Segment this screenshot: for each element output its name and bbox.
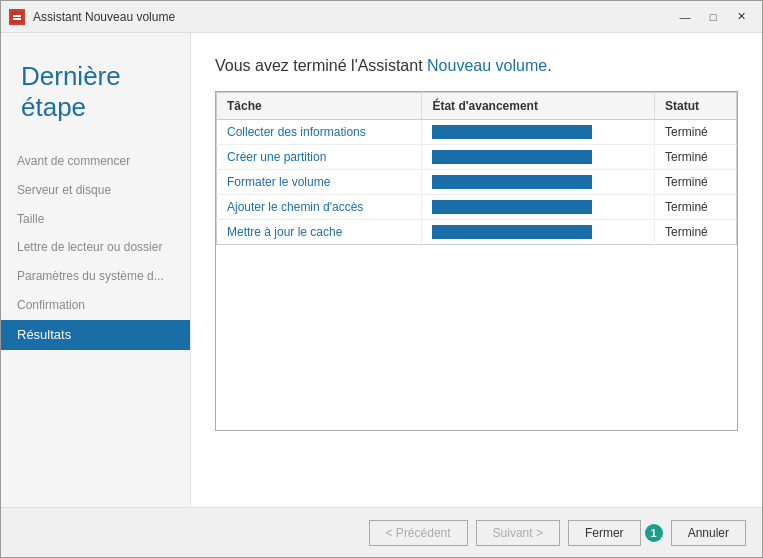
status-text: Terminé: [655, 145, 737, 170]
content-heading: Vous avez terminé l'Assistant Nouveau vo…: [215, 57, 738, 75]
table-row: Ajouter le chemin d'accèsTerminé: [217, 195, 737, 220]
table-row: Collecter des informationsTerminé: [217, 120, 737, 145]
app-icon: [9, 9, 25, 25]
maximize-button[interactable]: □: [700, 6, 726, 28]
results-table: Tâche État d'avancement Statut Collecter…: [216, 92, 737, 245]
window-controls: — □ ✕: [672, 6, 754, 28]
table-row: Créer une partitionTerminé: [217, 145, 737, 170]
window-title: Assistant Nouveau volume: [33, 10, 672, 24]
status-text: Terminé: [655, 120, 737, 145]
task-name: Créer une partition: [217, 145, 422, 170]
progress-bar-container: [432, 200, 592, 214]
col-statut: Statut: [655, 93, 737, 120]
sidebar-item-avant: Avant de commencer: [1, 147, 190, 176]
prev-button[interactable]: < Précédent: [369, 520, 468, 546]
progress-bar-fill: [432, 150, 592, 164]
status-text: Terminé: [655, 170, 737, 195]
table-row: Formater le volumeTerminé: [217, 170, 737, 195]
cancel-button[interactable]: Annuler: [671, 520, 746, 546]
progress-cell: [422, 220, 655, 245]
page-title: Dernière étape: [1, 49, 190, 147]
status-text: Terminé: [655, 220, 737, 245]
sidebar: Dernière étape Avant de commencer Serveu…: [1, 33, 191, 507]
progress-cell: [422, 120, 655, 145]
sidebar-item-lettre: Lettre de lecteur ou dossier: [1, 233, 190, 262]
heading-highlight: Nouveau volume: [427, 57, 547, 74]
svg-rect-1: [13, 15, 21, 17]
status-text: Terminé: [655, 195, 737, 220]
progress-bar-container: [432, 225, 592, 239]
progress-cell: [422, 195, 655, 220]
close-btn-wrapper: Fermer 1: [568, 520, 663, 546]
next-button[interactable]: Suivant >: [476, 520, 560, 546]
minimize-button[interactable]: —: [672, 6, 698, 28]
notification-badge: 1: [645, 524, 663, 542]
footer: < Précédent Suivant > Fermer 1 Annuler: [1, 507, 762, 557]
progress-cell: [422, 145, 655, 170]
col-tache: Tâche: [217, 93, 422, 120]
sidebar-item-parametres: Paramètres du système d...: [1, 262, 190, 291]
progress-bar-fill: [432, 225, 592, 239]
progress-bar-container: [432, 175, 592, 189]
progress-bar-fill: [432, 125, 592, 139]
progress-cell: [422, 170, 655, 195]
col-etat: État d'avancement: [422, 93, 655, 120]
sidebar-item-serveur: Serveur et disque: [1, 176, 190, 205]
window: Assistant Nouveau volume — □ ✕ Dernière …: [0, 0, 763, 558]
progress-bar-container: [432, 125, 592, 139]
progress-bar-fill: [432, 175, 592, 189]
sidebar-item-confirmation: Confirmation: [1, 291, 190, 320]
progress-bar-container: [432, 150, 592, 164]
task-name: Formater le volume: [217, 170, 422, 195]
window-content: Dernière étape Avant de commencer Serveu…: [1, 33, 762, 557]
task-name: Ajouter le chemin d'accès: [217, 195, 422, 220]
close-button[interactable]: ✕: [728, 6, 754, 28]
svg-rect-2: [13, 18, 21, 20]
progress-bar-fill: [432, 200, 592, 214]
close-button-footer[interactable]: Fermer: [568, 520, 641, 546]
table-row: Mettre à jour le cacheTerminé: [217, 220, 737, 245]
main-area: Dernière étape Avant de commencer Serveu…: [1, 33, 762, 507]
content-area: Vous avez terminé l'Assistant Nouveau vo…: [191, 33, 762, 507]
heading-prefix: Vous avez terminé l'Assistant: [215, 57, 427, 74]
results-table-wrapper: Tâche État d'avancement Statut Collecter…: [215, 91, 738, 431]
sidebar-item-taille: Taille: [1, 205, 190, 234]
sidebar-item-resultats: Résultats: [1, 320, 190, 350]
task-name: Collecter des informations: [217, 120, 422, 145]
heading-suffix: .: [547, 57, 551, 74]
title-bar: Assistant Nouveau volume — □ ✕: [1, 1, 762, 33]
task-name: Mettre à jour le cache: [217, 220, 422, 245]
